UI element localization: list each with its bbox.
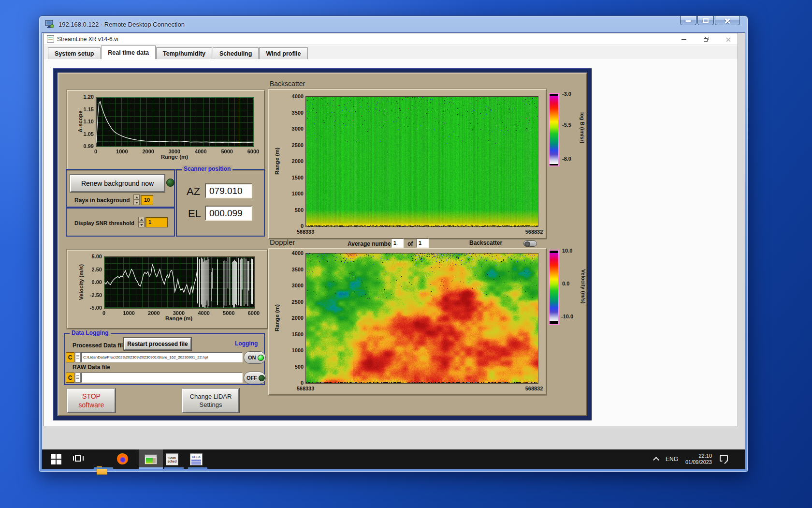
tab-real-time-data[interactable]: Real time data — [101, 45, 156, 59]
scan-scheduler-icon[interactable]: Scan sched — [166, 453, 178, 465]
clock-time: 22:10 — [680, 453, 712, 459]
tick-label: 5000 — [217, 149, 238, 154]
renew-background-button[interactable]: Renew background now — [70, 175, 165, 192]
ascope-plot[interactable] — [96, 97, 254, 147]
rdp-maximize-button[interactable] — [697, 16, 714, 25]
restart-processed-file-button[interactable]: Restart processed file — [124, 338, 191, 350]
raw-data-file-path[interactable] — [81, 373, 243, 383]
tick-label: 0 — [85, 149, 106, 154]
rays-in-background-value[interactable]: 10 — [141, 195, 153, 205]
tick-label: 4000 — [282, 250, 304, 256]
app-titlebar[interactable]: StreamLine XR v14-6.vi — [44, 33, 738, 45]
off-label: OFF — [246, 375, 257, 381]
increment-icon[interactable] — [138, 217, 145, 222]
rays-in-background-label: Rays in background — [74, 197, 130, 204]
backscatter-x-start: 568333 — [291, 229, 320, 235]
snr-spinner[interactable] — [138, 217, 145, 227]
decrement-icon[interactable] — [138, 222, 145, 227]
tick-label: 5.00 — [81, 254, 102, 259]
processed-drive-box[interactable]: C — [66, 352, 74, 362]
tab-bar: System setup Real time data Temp/humidit… — [44, 45, 738, 59]
change-line2: Settings — [200, 401, 222, 409]
show-hidden-icons-chevron[interactable] — [653, 457, 659, 463]
average-number-value[interactable]: 1 — [391, 239, 404, 248]
backscatter-plot[interactable] — [305, 96, 538, 227]
notes-app-icon[interactable]: GEEK — [190, 453, 203, 465]
tick-label: 4000 — [190, 149, 211, 154]
ascope-x-axis-label: Range (m) — [96, 154, 253, 160]
backscatter-y-axis-label: Range (m) — [274, 148, 280, 175]
raw-browse-icon[interactable] — [75, 373, 81, 383]
raw-logging-toggle[interactable]: OFF — [244, 372, 266, 384]
tick-label: 2.50 — [81, 267, 102, 272]
firefox-icon[interactable] — [117, 453, 128, 464]
renew-background-led — [166, 179, 174, 187]
rdp-minimize-button[interactable] — [680, 16, 696, 25]
increment-icon[interactable] — [133, 194, 140, 200]
doppler-x-end: 568832 — [521, 386, 547, 391]
average-of-total[interactable]: 1 — [416, 239, 429, 248]
logging-label: Logging — [235, 340, 258, 347]
velocity-plot[interactable] — [104, 256, 255, 309]
backscatter-cbar-min: -8.0 — [562, 156, 571, 162]
tab-system-setup[interactable]: System setup — [48, 47, 101, 59]
rays-spinner[interactable] — [133, 194, 140, 205]
raw-data-file-label: RAW Data file — [72, 364, 110, 371]
processed-data-file-path[interactable]: C:\Lidar\Data\Proc\2023\202309\20230901\… — [81, 352, 243, 362]
rdp-window: 192.168.0.122 - Remote Desktop Connectio… — [39, 15, 748, 472]
active-app-tile[interactable] — [139, 449, 163, 469]
app-window-title: StreamLine XR v14-6.vi — [57, 36, 118, 43]
app-close-button[interactable] — [722, 35, 735, 44]
tab-scheduling[interactable]: Scheduling — [213, 47, 259, 59]
tick-label: 3000 — [168, 310, 189, 316]
processed-logging-toggle[interactable]: ON — [244, 351, 266, 364]
change-lidar-settings-button[interactable]: Change LiDAR Settings — [182, 388, 239, 413]
notes-icon-text: GEEK — [192, 455, 201, 459]
processed-browse-icon[interactable] — [75, 352, 81, 362]
raw-drive-box[interactable]: C — [66, 373, 74, 383]
doppler-cbar-max: 10.0 — [562, 248, 572, 254]
el-value[interactable]: 000.099 — [205, 206, 252, 221]
remote-desktop-icon — [45, 20, 55, 29]
of-label: of — [407, 240, 413, 247]
language-indicator[interactable]: ENG — [666, 456, 678, 463]
doppler-graph: Range (m) 568333 568832 4000350030002500… — [268, 248, 547, 395]
tick-label: 3000 — [282, 126, 304, 132]
doppler-x-start: 568333 — [291, 386, 320, 391]
stop-software-button[interactable]: STOP software — [67, 388, 116, 413]
tick-label: 4000 — [282, 93, 304, 99]
tab-wind-profile[interactable]: Wind profile — [259, 47, 307, 59]
tick-label: 1.20 — [72, 94, 94, 100]
tick-label: 6000 — [243, 149, 264, 154]
data-logging-group: Data Logging Processed Data file Restart… — [64, 333, 265, 385]
tick-label: 1.15 — [72, 106, 94, 112]
backscatter-cbar-max: -3.0 — [562, 91, 571, 97]
backscatter-x-end: 568832 — [521, 229, 547, 235]
file-explorer-icon[interactable] — [96, 465, 108, 477]
tick-label: 1000 — [118, 310, 140, 316]
tick-label: 1000 — [111, 149, 132, 154]
decrement-icon[interactable] — [133, 200, 140, 205]
doppler-plot[interactable] — [305, 253, 538, 384]
app-restore-button[interactable] — [700, 35, 713, 44]
stop-line2: software — [79, 401, 104, 409]
task-view-button[interactable] — [72, 453, 84, 465]
tick-label: 1.10 — [72, 119, 94, 124]
doppler-cbar-min: -10.0 — [561, 314, 573, 319]
rdp-close-button[interactable] — [715, 16, 740, 25]
tick-label: 0 — [282, 223, 304, 229]
az-value[interactable]: 079.010 — [205, 183, 252, 198]
rdp-titlebar[interactable]: 192.168.0.122 - Remote Desktop Connectio… — [39, 16, 748, 32]
tab-temp-humidity[interactable]: Temp/humidity — [156, 47, 212, 59]
display-snr-threshold-value[interactable]: 1 — [145, 217, 168, 227]
processed-data-file-label: Processed Data file — [72, 342, 126, 349]
backscatter-doppler-toggle[interactable] — [523, 240, 537, 247]
tick-label: -2.50 — [81, 292, 102, 298]
start-button[interactable] — [51, 453, 62, 465]
backscatter-title: Backscatter — [270, 80, 305, 88]
front-panel: A-scope Range (m) 1.201.151.101.050.9901… — [53, 68, 592, 420]
taskbar-clock[interactable]: 22:10 01/09/2023 — [680, 453, 712, 465]
app-minimize-button[interactable] — [677, 35, 691, 44]
action-center-icon[interactable] — [720, 455, 728, 462]
display-snr-threshold-label: Display SNR threshold — [74, 220, 134, 226]
